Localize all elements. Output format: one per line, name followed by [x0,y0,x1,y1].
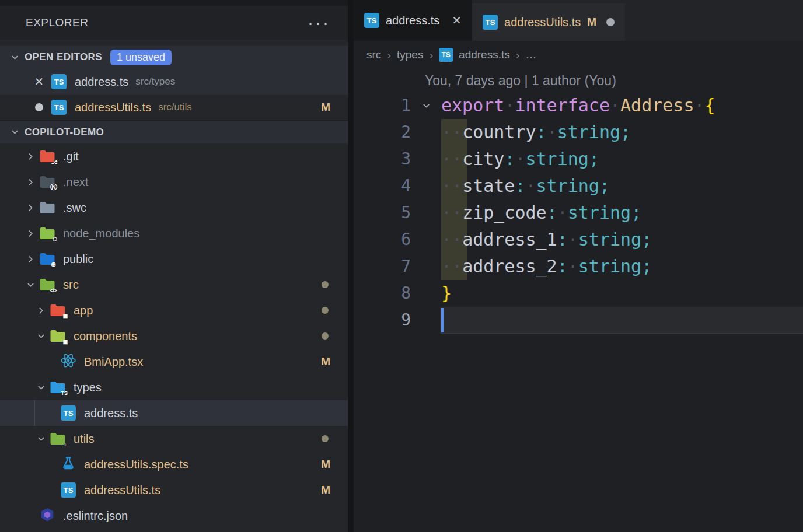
code-line-5: 5··zip_code:·string; [354,200,803,226]
code-line-6: 6··address_1:·string; [354,226,803,253]
vscode-window: EXPLORER ··· OPEN EDITORS 1 unsaved ✕TSa… [0,0,803,532]
tree-item-addressutils-spec-ts[interactable]: addressUtils.spec.tsM [0,452,348,477]
fold-gutter [411,280,441,307]
chevron-right-icon[interactable] [22,225,39,242]
code-text: ··address_1:·string; [441,226,652,253]
open-editor-path: src/types [135,76,175,88]
tree-item--next[interactable]: Ⓝ.next [0,169,348,195]
tree-item-public[interactable]: 🜨public [0,246,348,272]
code-text: ··zip_code:·string; [441,200,641,226]
typescript-file-icon: TS [51,100,67,115]
tree-item--git[interactable]: ⎇.git [0,144,348,169]
close-icon[interactable]: ✕ [452,13,462,27]
unsaved-dot-icon[interactable] [35,103,43,111]
typescript-file-icon: TS [61,482,76,498]
close-icon[interactable]: ✕ [34,75,44,89]
chevron-down-icon[interactable] [33,328,49,344]
tree-item-label: .git [63,150,79,163]
chevron-down-icon[interactable] [22,276,39,293]
sidebar-title: EXPLORER [26,16,88,29]
tree-item-label: address.ts [84,407,138,420]
code-editor[interactable]: You, 7 days ago | 1 author (You)1export·… [354,69,803,532]
folder-src-icon: </> [39,278,55,292]
fold-gutter [411,307,441,334]
tree-item-utils[interactable]: ＋utils [0,426,348,452]
chevron-down-icon[interactable] [33,379,49,396]
tree-item-bmiapp-tsx[interactable]: BmiApp.tsxM [0,349,348,374]
code-line-8: 8} [354,280,803,307]
breadcrumb-item[interactable]: address.ts [459,48,510,61]
fold-gutter [411,119,441,146]
more-actions-icon[interactable]: ··· [308,20,330,26]
code-text: ··city:·string; [441,146,599,173]
open-editors-label: OPEN EDITORS [25,51,102,63]
fold-gutter [411,200,441,226]
line-number: 3 [354,146,411,173]
code-line-7: 7··address_2:·string; [354,253,803,280]
line-number: 8 [354,280,411,307]
tree-item-label: utils [74,432,95,446]
typescript-file-icon: TS [61,405,76,421]
folder-components-icon: ▣ [50,329,66,343]
window-top-strip [0,0,348,6]
breadcrumb-item[interactable]: src [366,48,381,61]
chevron-right-icon[interactable] [22,200,39,216]
line-number: 6 [354,226,411,253]
tree-item-label: public [63,253,93,266]
react-icon [60,353,76,371]
sidebar-editor-divider[interactable] [348,0,354,532]
chevron-right-icon[interactable] [22,174,39,190]
editor-group: TSaddress.ts✕TSaddressUtils.tsM src›type… [354,0,803,532]
tree-item--eslintrc-json[interactable]: .eslintrc.json [0,503,348,528]
tab-label: address.ts [386,14,439,27]
code-text: ··country:·string; [441,119,631,146]
code-line-9: 9 [354,307,803,334]
modified-badge: M [321,484,330,496]
tree-item--swc[interactable]: .swc [0,195,348,220]
chevron-down-icon[interactable] [33,430,49,447]
open-editor-path: src/utils [158,102,192,113]
unsaved-dot-icon[interactable] [606,18,615,26]
typescript-file-icon: TS [51,74,67,89]
tab-addressutils-ts[interactable]: TSaddressUtils.tsM [472,4,625,41]
open-editor-item[interactable]: TSaddressUtils.tssrc/utilsM [0,94,348,120]
tab-address-ts[interactable]: TSaddress.ts✕ [354,0,472,41]
tree-item-label: .swc [63,201,86,215]
text-cursor [441,308,444,332]
modified-dot-badge [322,281,329,288]
open-editor-item[interactable]: ✕TSaddress.tssrc/types [0,69,348,94]
open-editor-filename: address.ts [75,75,128,89]
fold-gutter [411,146,441,173]
breadcrumb-separator: › [387,48,391,62]
chevron-right-icon[interactable] [33,302,49,318]
breadcrumb: src›types›TSaddress.ts›… [354,41,803,69]
open-editors-header[interactable]: OPEN EDITORS 1 unsaved [0,46,348,69]
open-editor-filename: addressUtils.ts [75,101,151,114]
line-number: 2 [354,119,411,146]
code-line-3: 3··city:·string; [354,146,803,173]
tree-item-app[interactable]: ▦app [0,298,348,323]
tree-item-node-modules[interactable]: ⬡node_modules [0,220,348,246]
tree-item-label: src [63,278,79,292]
tree-item-label: .next [63,176,88,189]
line-number: 4 [354,173,411,200]
breadcrumb-item[interactable]: types [397,48,423,61]
tree-item-components[interactable]: ▣components [0,323,348,349]
git-blame-codelens[interactable]: You, 7 days ago | 1 author (You) [354,69,803,92]
code-line-2: 2··country:·string; [354,119,803,146]
tree-item-label: BmiApp.tsx [84,355,143,369]
chevron-right-icon[interactable] [22,251,39,267]
breadcrumb-item[interactable]: … [525,48,536,61]
chevron-down-icon [7,50,22,65]
folder-icon [39,201,55,215]
tree-item-addressutils-ts[interactable]: TSaddressUtils.tsM [0,477,348,503]
explorer-sidebar: EXPLORER ··· OPEN EDITORS 1 unsaved ✕TSa… [0,0,348,532]
tree-item-src[interactable]: </>src [0,272,348,298]
open-editors-list: ✕TSaddress.tssrc/typesTSaddressUtils.tss… [0,69,348,120]
tree-item-address-ts[interactable]: TSaddress.ts [0,400,348,426]
tree-item-types[interactable]: TStypes [0,374,348,400]
chevron-right-icon[interactable] [22,148,39,164]
eslint-icon [40,507,55,525]
fold-chevron-icon[interactable] [411,92,441,119]
project-section-header[interactable]: COPILOT-DEMO [0,120,348,144]
